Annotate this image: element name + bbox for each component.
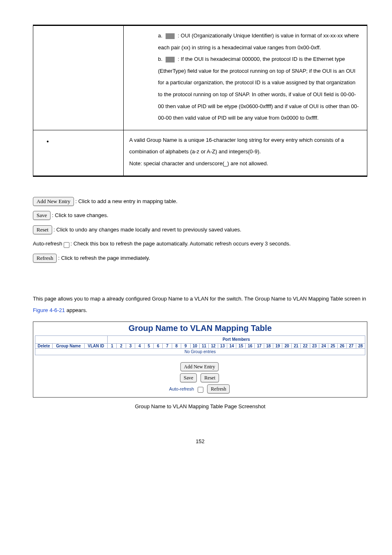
port-col: 19 [273,343,282,348]
reset-button[interactable]: Reset [33,225,52,234]
screenshot-title: Group Name to VLAN Mapping Table [33,324,367,333]
ss-auto-refresh-label: Auto-refresh [169,386,194,391]
ss-reset-button[interactable]: Reset [201,373,219,382]
port-col: 7 [163,343,172,348]
auto-refresh-desc: : Check this box to refresh the page aut… [71,238,291,250]
port-col: 16 [245,343,254,348]
group-name-desc: A valid Group Name is a unique 16-charac… [129,137,344,155]
port-col: 27 [347,343,356,348]
pm-blank [35,335,108,343]
port-col: 3 [126,343,135,348]
btn-row-reset: Reset : Click to undo any changes made l… [33,224,367,236]
port-col: 23 [310,343,319,348]
port-col: 28 [356,343,365,348]
port-col: 8 [172,343,181,348]
port-col: 22 [301,343,310,348]
port-col: 17 [255,343,264,348]
item-a-text: : OUI (Organizationally Unique Identifie… [158,32,359,51]
auto-refresh-label: Auto-refresh [33,238,62,250]
btn-row-refresh: Refresh : Click to refresh the page imme… [33,252,367,264]
port-col: 2 [117,343,126,348]
column-header-row: Delete Group Name VLAN ID 1 2 3 4 5 6 7 … [35,343,365,348]
item-a-prefix: a. [158,32,163,39]
add-new-entry-desc: : Click to add a new entry in mapping ta… [75,196,178,208]
intro-part-b: appears. [67,307,88,313]
auto-refresh-checkbox[interactable] [64,242,69,248]
screenshot-controls: Add New Entry Save Reset Auto-refresh Re… [33,358,367,397]
port-col: 10 [190,343,199,348]
screenshot-caption: Group Name to VLAN Mapping Table Page Sc… [33,403,367,409]
port-col: 15 [236,343,245,348]
page-number: 152 [33,438,367,444]
screenshot-figure: Group Name to VLAN Mapping Table Port Me… [33,321,367,398]
bullet-icon: ● [46,137,49,146]
ss-auto-refresh-checkbox[interactable] [198,387,203,393]
ss-refresh-button[interactable]: Refresh [207,384,230,393]
desc-row1-right: a. : OUI (Organizationally Unique Identi… [123,25,367,130]
col-group-name: Group Name [53,343,85,348]
figure-link[interactable]: Figure 4-6-21 [33,307,65,313]
btn-row-save: Save : Click to save changes. [33,210,367,222]
ss-save-button[interactable]: Save [180,373,197,382]
port-col: 18 [264,343,273,348]
port-col: 24 [319,343,328,348]
refresh-desc: : Click to refresh the page immediately. [58,252,150,264]
item-b-text: : If the OUI is hexadecimal 000000, the … [158,56,359,121]
col-vlan-id: VLAN ID [85,343,108,348]
port-members-table: Port Members Delete Group Name VLAN ID 1… [35,335,365,355]
port-col: 21 [291,343,300,348]
field-box-b [166,57,175,62]
field-box-a [166,33,175,39]
port-col: 5 [144,343,153,348]
port-col: 13 [218,343,227,348]
buttons-block: Add New Entry : Click to add a new entry… [33,196,367,264]
refresh-button[interactable]: Refresh [33,254,57,263]
description-table: a. : OUI (Organizationally Unique Identi… [33,25,367,177]
ss-add-new-entry-button[interactable]: Add New Entry [180,362,219,371]
desc-row2-right: A valid Group Name is a unique 16-charac… [123,130,367,176]
table-row: No Group entries [35,348,365,355]
port-col: 9 [181,343,190,348]
port-col: 6 [153,343,162,348]
port-col: 25 [328,343,337,348]
port-col: 11 [199,343,208,348]
intro-part-a: This page allows you to map a already co… [33,296,366,302]
col-delete: Delete [35,343,53,348]
add-new-entry-button[interactable]: Add New Entry [33,197,74,206]
section-intro: This page allows you to map a already co… [33,293,367,317]
port-col: 20 [282,343,291,348]
port-members-header: Port Members [108,335,365,343]
desc-row1-left [33,25,124,130]
btn-row-add: Add New Entry : Click to add a new entry… [33,196,367,208]
desc-row2-left: ● [33,130,124,176]
page: a. : OUI (Organizationally Unique Identi… [0,0,392,461]
desc-item-a: a. : OUI (Organizationally Unique Identi… [158,30,362,53]
save-button[interactable]: Save [33,211,51,220]
port-col: 26 [337,343,346,348]
save-desc: : Click to save changes. [52,210,108,222]
port-col: 4 [135,343,144,348]
btn-row-autorefresh: Auto-refresh : Check this box to refresh… [33,238,367,250]
item-b-prefix: b. [158,56,163,62]
no-group-entries: No Group entries [35,348,365,355]
desc-item-b: b. : If the OUI is hexadecimal 000000, t… [158,53,362,124]
port-col: 12 [209,343,218,348]
reset-desc: : Click to undo any changes made locally… [53,224,241,236]
group-name-note: Note: special character and underscore(_… [129,160,268,166]
port-col: 1 [108,343,117,348]
port-col: 14 [227,343,236,348]
